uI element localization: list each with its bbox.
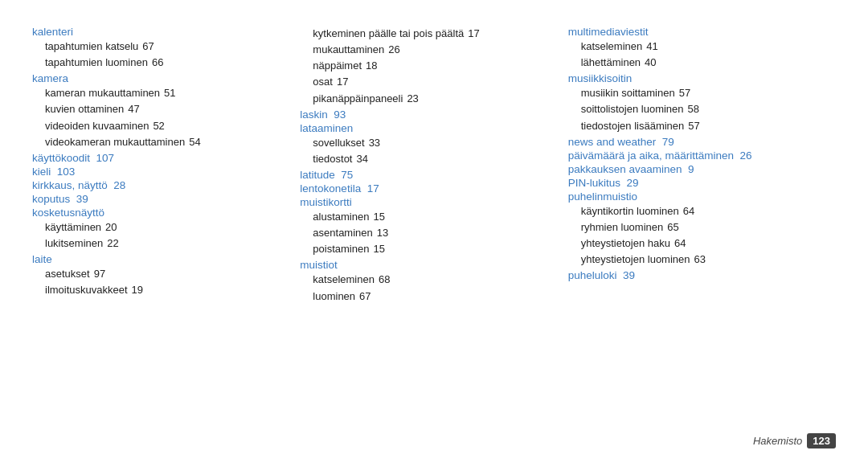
sub-label: tiedostot	[313, 151, 352, 167]
sub-num: 67	[359, 289, 371, 305]
sub-item: yhteystietojen luominen63	[568, 252, 820, 268]
index-section: käyttökoodit 107	[32, 152, 284, 164]
sub-label: soittolistojen luominen	[581, 101, 684, 117]
sub-num: 64	[683, 203, 694, 219]
section-heading: koputus 39	[32, 193, 284, 205]
sub-item: ilmoituskuvakkeet19	[32, 282, 284, 298]
section-heading: muistikortti	[300, 196, 551, 208]
sub-item: ryhmien luominen65	[568, 219, 820, 236]
sub-label: tapahtumien katselu	[45, 39, 138, 55]
index-section: laskin 93	[300, 109, 551, 121]
sub-item: kytkeminen päälle tai pois päältä17	[300, 26, 551, 42]
index-section: musiikkisoitinmusiikin soittaminen57soit…	[568, 72, 820, 133]
sub-item: osat17	[300, 74, 551, 90]
sub-label: asetukset	[45, 266, 90, 282]
sub-num: 41	[646, 39, 657, 55]
section-heading: puhelinmuistio	[568, 190, 820, 203]
section-heading: kamera	[32, 72, 284, 84]
sub-label: näppäimet	[313, 58, 362, 74]
index-section: päivämäärä ja aika, määrittäminen 26	[568, 149, 820, 162]
sub-item: käyntikortin luominen64	[568, 203, 820, 219]
index-section: muistikorttialustaminen15asentaminen13po…	[300, 196, 551, 257]
sub-label: mukauttaminen	[313, 42, 384, 58]
sub-label: kytkeminen päälle tai pois päältä	[313, 26, 464, 42]
section-heading: lataaminen	[300, 122, 551, 134]
section-heading: pakkauksen avaaminen 9	[568, 163, 820, 175]
index-section: kosketusnäyttökäyttäminen20lukitseminen2…	[32, 207, 284, 252]
index-section: kytkeminen päälle tai pois päältä17mukau…	[300, 26, 551, 107]
sub-label: ryhmien luominen	[581, 219, 664, 236]
sub-item: katseleminen41	[568, 39, 820, 55]
sub-num: 64	[674, 236, 686, 252]
sub-item: musiikin soittaminen57	[568, 85, 820, 101]
section-heading: laite	[32, 253, 284, 265]
index-section: latitude 75	[300, 169, 551, 181]
section-heading: PIN-lukitus 29	[568, 177, 820, 189]
index-section: laiteasetukset97ilmoituskuvakkeet19	[32, 253, 284, 298]
section-heading: multimediaviestit	[568, 26, 820, 38]
sub-label: yhteystietojen luominen	[581, 252, 690, 268]
section-heading: latitude 75	[300, 169, 551, 181]
sub-label: osat	[313, 74, 333, 90]
sub-label: videoiden kuvaaminen	[45, 118, 149, 134]
sub-item: tapahtumien katselu67	[32, 39, 284, 55]
sub-label: lukitseminen	[45, 236, 103, 252]
column-3: multimediaviestitkatseleminen41lähettämi…	[568, 26, 836, 425]
sub-item: poistaminen15	[300, 241, 551, 257]
sub-item: asentaminen13	[300, 225, 551, 241]
column-1: kalenteritapahtumien katselu67tapahtumie…	[32, 26, 300, 425]
sub-num: 13	[377, 225, 388, 241]
sub-item: lähettäminen40	[568, 55, 820, 71]
section-heading: musiikkisoitin	[568, 72, 820, 84]
sub-item: yhteystietojen haku64	[568, 236, 820, 252]
sub-label: tiedostojen lisääminen	[581, 118, 685, 134]
page: kalenteritapahtumien katselu67tapahtumie…	[0, 0, 868, 471]
sub-num: 57	[679, 85, 690, 101]
index-section: koputus 39	[32, 193, 284, 205]
sub-label: katseleminen	[581, 39, 643, 55]
sub-num: 57	[688, 118, 699, 134]
index-section: muistiotkatseleminen68luominen67	[300, 259, 551, 304]
index-section: news and weather 79	[568, 136, 820, 148]
sub-label: tapahtumien luominen	[45, 55, 148, 71]
sub-item: lukitseminen22	[32, 236, 284, 252]
sub-num: 65	[667, 219, 678, 236]
sub-label: pikanäppäinpaneeli	[313, 91, 403, 107]
sub-num: 47	[128, 101, 139, 117]
section-heading: kosketusnäyttö	[32, 207, 284, 219]
index-section: multimediaviestitkatseleminen41lähettämi…	[568, 26, 820, 71]
sub-num: 19	[132, 282, 143, 298]
footer-label: Hakemisto	[753, 435, 802, 447]
sub-item: kuvien ottaminen47	[32, 101, 284, 117]
section-heading: puheluloki 39	[568, 269, 820, 281]
index-columns: kalenteritapahtumien katselu67tapahtumie…	[32, 26, 836, 425]
sub-num: 18	[366, 58, 377, 74]
section-heading: muistiot	[300, 259, 551, 271]
sub-num: 26	[388, 42, 399, 58]
section-heading: laskin 93	[300, 109, 551, 121]
sub-num: 97	[94, 266, 105, 282]
index-section: lataaminensovellukset33tiedostot34	[300, 122, 551, 167]
sub-item: mukauttaminen26	[300, 42, 551, 58]
footer-page: 123	[807, 433, 836, 448]
sub-item: käyttäminen20	[32, 219, 284, 236]
sub-label: luominen	[313, 289, 355, 305]
index-section: PIN-lukitus 29	[568, 177, 820, 189]
sub-label: lähettäminen	[581, 55, 641, 71]
sub-label: käyttäminen	[45, 219, 101, 236]
index-section: kalenteritapahtumien katselu67tapahtumie…	[32, 26, 284, 71]
sub-item: pikanäppäinpaneeli23	[300, 91, 551, 107]
index-section: kirkkaus, näyttö 28	[32, 179, 284, 191]
sub-label: yhteystietojen haku	[581, 236, 670, 252]
sub-item: tapahtumien luominen66	[32, 55, 284, 71]
sub-label: ilmoituskuvakkeet	[45, 282, 128, 298]
section-heading: käyttökoodit 107	[32, 152, 284, 164]
sub-label: katseleminen	[313, 272, 375, 288]
section-heading: kalenteri	[32, 26, 284, 38]
sub-label: videokameran mukauttaminen	[45, 134, 185, 150]
footer: Hakemisto 123	[32, 433, 836, 448]
index-section: kieli 103	[32, 166, 284, 178]
sub-item: sovellukset33	[300, 135, 551, 151]
sub-label: asentaminen	[313, 225, 372, 241]
sub-num: 15	[373, 209, 384, 225]
